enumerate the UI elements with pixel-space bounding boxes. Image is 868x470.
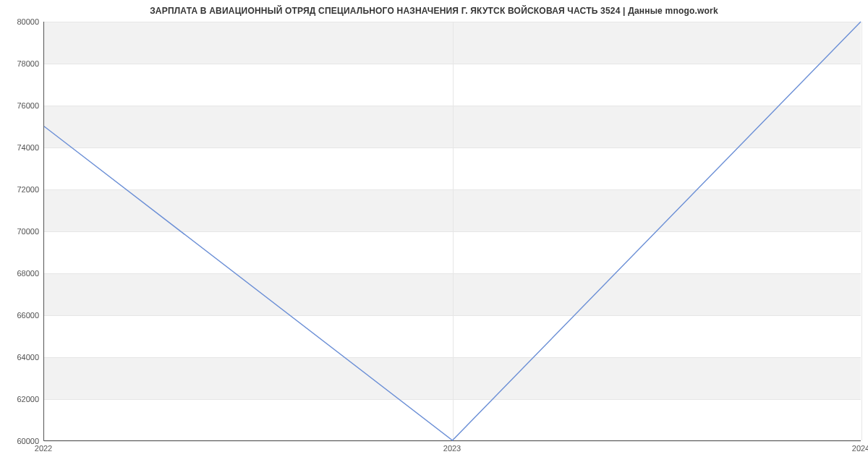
y-tick-label: 68000 <box>3 269 39 278</box>
salary-line-chart: ЗАРПЛАТА В АВИАЦИОННЫЙ ОТРЯД СПЕЦИАЛЬНОГ… <box>0 0 868 470</box>
v-gridline <box>861 22 862 440</box>
y-tick-label: 64000 <box>3 353 39 362</box>
y-tick-label: 66000 <box>3 311 39 320</box>
y-tick-label: 80000 <box>3 17 39 26</box>
y-tick-label: 72000 <box>3 185 39 194</box>
y-tick-label: 76000 <box>3 101 39 110</box>
x-tick-label: 2022 <box>35 444 52 453</box>
chart-title: ЗАРПЛАТА В АВИАЦИОННЫЙ ОТРЯД СПЕЦИАЛЬНОГ… <box>0 6 868 16</box>
y-tick-label: 62000 <box>3 395 39 403</box>
plot-area <box>43 22 861 441</box>
data-line <box>44 22 861 440</box>
y-tick-label: 74000 <box>3 143 39 152</box>
y-tick-label: 70000 <box>3 227 39 236</box>
x-tick-label: 2023 <box>443 444 461 453</box>
h-gridline <box>44 441 861 442</box>
y-tick-label: 60000 <box>3 437 39 445</box>
x-tick-label: 2024 <box>852 444 868 453</box>
y-tick-label: 78000 <box>3 59 39 68</box>
